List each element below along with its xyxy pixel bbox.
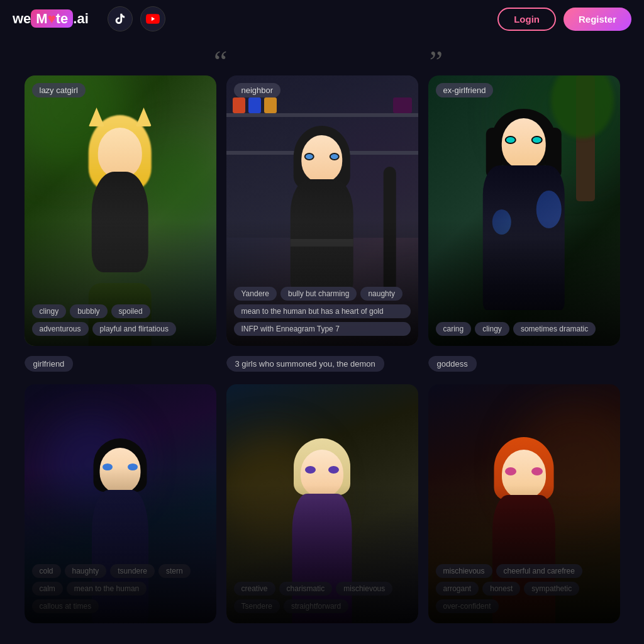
tag-caring: caring <box>436 322 472 336</box>
char-b3-eye-l <box>505 467 516 475</box>
bottom-card-2[interactable]: creative charismatic mischievous Tsender… <box>226 384 418 623</box>
tag-naughty: naughty <box>360 287 402 301</box>
bottom-card-3-overlay <box>428 485 620 623</box>
card-3-tags: caring clingy sometimes dramatic <box>436 322 613 336</box>
login-button[interactable]: Login <box>497 8 556 31</box>
tag-infp: INFP with Enneagram Type 7 <box>234 322 411 336</box>
card-3-image: ex-girlfriend caring clingy sometimes dr… <box>428 75 620 346</box>
can-2 <box>248 97 261 113</box>
card-2-image: neighbor Yandere bully but charming naug… <box>226 75 418 346</box>
card-2-footer-label[interactable]: 3 girls who summoned you, the demon <box>226 356 384 372</box>
card-lazy-catgirl[interactable]: lazy catgirl clingy bubbly spoiled adven… <box>25 75 216 372</box>
logo-text: weM♥te.ai <box>13 11 89 27</box>
bottom-card-2-image: creative charismatic mischievous Tsender… <box>226 384 418 623</box>
tag-yandere: Yandere <box>234 287 277 301</box>
bottom-card-1-overlay <box>25 466 216 623</box>
tag-clingy-3: clingy <box>475 322 509 336</box>
bottom-card-3[interactable]: mischievous cheerful and carefree arroga… <box>428 384 620 623</box>
card-3-footer: goddess <box>428 351 620 372</box>
top-cards-row: lazy catgirl clingy bubbly spoiled adven… <box>13 75 631 372</box>
bottom-card-1[interactable]: cold haughty tsundere stern calm mean to… <box>25 384 216 623</box>
can-1 <box>233 97 245 113</box>
card-1-footer: girlfriend <box>25 351 216 372</box>
char-b2-eye-r <box>328 466 339 474</box>
quote-section: “ ” <box>0 38 644 75</box>
tag-playful: playful and flirtatious <box>92 322 176 336</box>
bottom-cards-row: cold haughty tsundere stern calm mean to… <box>13 384 631 623</box>
card-neighbor[interactable]: neighbor Yandere bully but charming naug… <box>226 75 418 372</box>
card-1-label: lazy catgirl <box>32 83 86 97</box>
card-1-tags: clingy bubbly spoiled adventurous playfu… <box>32 304 209 336</box>
card-2-tags: Yandere bully but charming naughty mean … <box>234 287 411 336</box>
card-3-footer-label[interactable]: goddess <box>428 356 477 372</box>
card-3-label: ex-girlfriend <box>436 83 494 97</box>
char-1-face <box>98 128 142 178</box>
header: weM♥te.ai Login Register <box>0 0 644 38</box>
card-1-image: lazy catgirl clingy bubbly spoiled adven… <box>25 75 216 346</box>
quote-open-icon: “ <box>214 44 227 79</box>
tag-adventurous: adventurous <box>32 322 89 336</box>
card-2-label: neighbor <box>234 83 281 97</box>
social-icons <box>108 6 165 31</box>
char-1-ear-left <box>89 108 104 126</box>
header-right: Login Register <box>497 8 631 31</box>
can-4 <box>393 97 412 113</box>
char-b2-eye-l <box>305 466 316 474</box>
quote-close-icon: ” <box>430 44 443 79</box>
tag-dramatic: sometimes dramatic <box>513 322 596 336</box>
card-2-footer: 3 girls who summoned you, the demon <box>226 351 418 372</box>
bottom-card-3-image: mischievous cheerful and carefree arroga… <box>428 384 620 623</box>
logo[interactable]: weM♥te.ai <box>13 11 89 27</box>
tag-clingy: clingy <box>32 304 67 318</box>
youtube-icon[interactable] <box>140 6 165 31</box>
card-ex-girlfriend[interactable]: ex-girlfriend caring clingy sometimes dr… <box>428 75 620 372</box>
char-b3-eye-r <box>531 467 543 475</box>
register-button[interactable]: Register <box>564 8 631 31</box>
tag-spoiled: spoiled <box>111 304 150 318</box>
char-1-ear-right <box>136 108 152 126</box>
tiktok-icon[interactable] <box>108 6 133 31</box>
tag-bubbly: bubbly <box>70 304 107 318</box>
main-content: lazy catgirl clingy bubbly spoiled adven… <box>0 75 644 623</box>
can-3 <box>264 97 277 113</box>
tag-mean: mean to the human but has a heart of gol… <box>234 304 411 318</box>
card-1-footer-label[interactable]: girlfriend <box>25 356 74 372</box>
bottom-card-2-overlay <box>226 485 418 623</box>
bottom-card-1-image: cold haughty tsundere stern calm mean to… <box>25 384 216 623</box>
tag-bully: bully but charming <box>280 287 357 301</box>
